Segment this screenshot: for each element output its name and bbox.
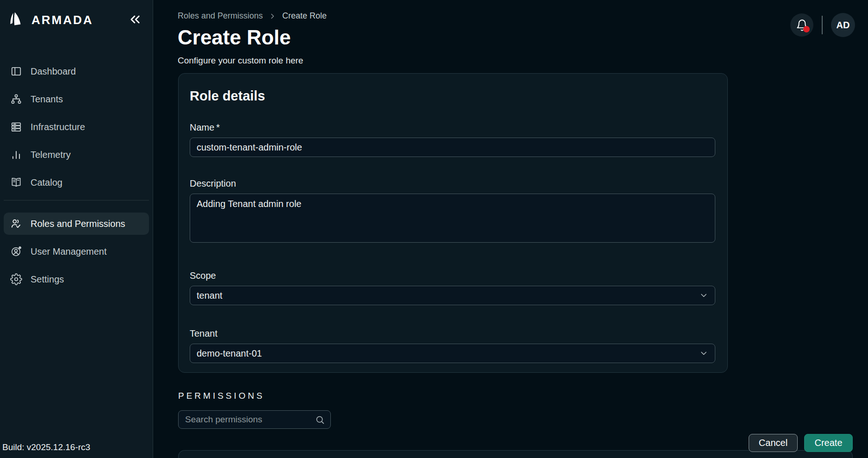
brand-name: ARMADA <box>31 13 93 27</box>
page-subtitle: Configure your custom role here <box>178 56 303 66</box>
required-marker: * <box>216 122 220 132</box>
scope-selected-value: tenant <box>197 290 223 301</box>
settings-icon <box>10 273 22 285</box>
topbar-actions: AD <box>790 13 855 37</box>
description-textarea[interactable]: Adding Tenant admin role <box>190 194 715 243</box>
roles-permissions-icon <box>10 218 22 230</box>
name-field-group: Name* <box>190 122 716 157</box>
breadcrumb: Roles and Permissions Create Role <box>178 11 327 21</box>
sidebar-item-label: Settings <box>31 274 64 285</box>
scope-label: Scope <box>190 270 716 281</box>
description-label: Description <box>190 178 716 189</box>
notifications-button[interactable] <box>790 13 813 37</box>
infrastructure-icon <box>10 121 22 133</box>
name-label: Name* <box>190 122 716 133</box>
permissions-search-box <box>178 410 331 429</box>
scope-select[interactable]: tenant <box>190 286 715 305</box>
sidebar-item-settings[interactable]: Settings <box>4 268 149 290</box>
unread-notification-dot <box>803 26 810 32</box>
sidebar-item-telemetry[interactable]: Telemetry <box>4 144 149 166</box>
card-title: Role details <box>190 88 716 104</box>
sidebar-item-user-management[interactable]: User Management <box>4 240 149 263</box>
sidebar-nav: Dashboard Tenants Infrastructure <box>0 40 153 290</box>
sidebar-item-label: Infrastructure <box>31 122 85 132</box>
telemetry-icon <box>10 149 22 161</box>
sidebar-item-label: Dashboard <box>31 66 76 77</box>
permissions-section-heading: PERMISSIONS <box>178 391 265 401</box>
role-details-card: Role details Name* Description Adding Te… <box>178 73 728 373</box>
search-icon <box>315 415 325 425</box>
chevron-right-icon <box>268 12 277 20</box>
main-content: Roles and Permissions Create Role Create… <box>153 0 868 458</box>
breadcrumb-roles-and-permissions[interactable]: Roles and Permissions <box>178 11 263 21</box>
tenant-label: Tenant <box>190 328 716 339</box>
tenant-select[interactable]: demo-tenant-01 <box>190 344 715 363</box>
logo-row: ARMADA <box>0 0 153 40</box>
page-title: Create Role <box>178 26 291 49</box>
tenant-field-group: Tenant demo-tenant-01 <box>190 328 716 363</box>
dashboard-icon <box>10 65 22 77</box>
breadcrumb-create-role: Create Role <box>282 11 327 21</box>
user-management-icon <box>10 245 22 257</box>
sidebar-item-dashboard[interactable]: Dashboard <box>4 60 149 82</box>
user-avatar[interactable]: AD <box>831 13 855 37</box>
tenant-selected-value: demo-tenant-01 <box>197 348 262 359</box>
catalog-icon <box>10 176 22 188</box>
search-permissions-input[interactable] <box>185 414 315 425</box>
sidebar-collapse-button[interactable] <box>128 12 143 27</box>
sidebar-item-label: Roles and Permissions <box>31 219 125 229</box>
build-version-label: Build: v2025.12.16-rc3 <box>2 442 90 452</box>
sidebar-item-infrastructure[interactable]: Infrastructure <box>4 116 149 138</box>
sidebar-item-label: Tenants <box>31 94 63 105</box>
footer-actions: Cancel Create <box>749 434 853 452</box>
armada-sail-logo-icon <box>8 12 27 28</box>
topbar-divider <box>822 16 823 34</box>
cancel-button[interactable]: Cancel <box>749 434 798 452</box>
sidebar-item-label: User Management <box>31 246 107 257</box>
double-chevron-left-icon <box>129 13 142 26</box>
chevron-down-icon <box>699 349 708 358</box>
name-input[interactable] <box>190 138 715 157</box>
sidebar-item-roles-and-permissions[interactable]: Roles and Permissions <box>4 213 149 235</box>
tenants-icon <box>10 93 22 105</box>
sidebar-item-tenants[interactable]: Tenants <box>4 88 149 110</box>
sidebar-item-label: Catalog <box>31 177 62 188</box>
sidebar-item-label: Telemetry <box>31 150 71 160</box>
create-button[interactable]: Create <box>804 434 853 452</box>
scope-field-group: Scope tenant <box>190 270 716 305</box>
sidebar-item-catalog[interactable]: Catalog <box>4 171 149 194</box>
chevron-down-icon <box>699 291 708 300</box>
description-field-group: Description Adding Tenant admin role <box>190 178 716 245</box>
sidebar: ARMADA Dashboard Tenants <box>0 0 153 458</box>
sidebar-divider <box>4 200 149 201</box>
